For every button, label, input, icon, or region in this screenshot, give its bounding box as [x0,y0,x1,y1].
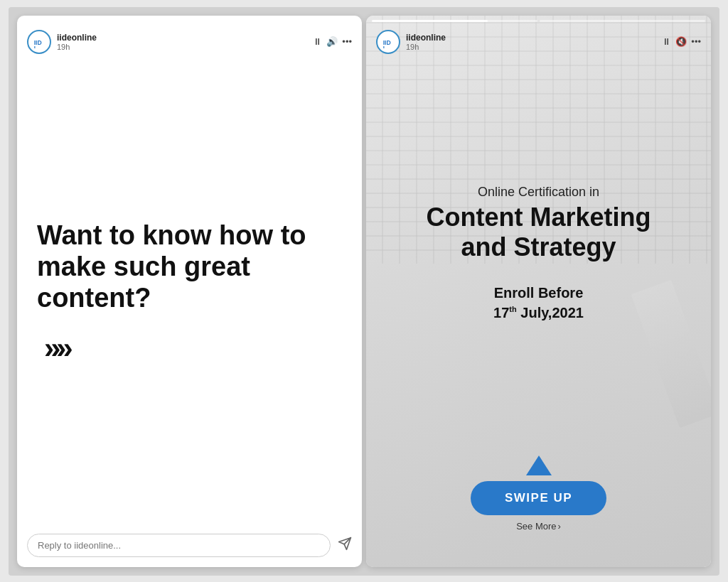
progress-bar-2b [540,20,705,22]
avatar-2: IID E [376,30,400,54]
enroll-date: 17th July,2021 [400,303,677,323]
pause-icon-2[interactable]: ⏸ [662,36,671,47]
story-card-2: IID E iideonline 19h ⏸ 🔇 ••• Online Cert… [366,16,711,567]
svg-text:E: E [34,45,36,48]
triangle-up-icon [526,456,552,475]
enroll-label: Enroll Before [400,283,677,303]
progress-bar-2a [372,20,537,22]
reply-box-1 [17,527,362,567]
enroll-section: Enroll Before 17th July,2021 [400,283,677,323]
svg-text:E: E [383,45,385,48]
story1-meta: iideonline 19h [57,33,307,51]
send-icon-1[interactable] [338,537,352,554]
swipe-section: SWIPE UP See More › [386,456,691,553]
timestamp-2: 19h [406,43,656,51]
certification-label: Online Certification in [400,185,677,200]
chevron-right-icon: › [558,521,561,532]
enroll-suffix: th [509,305,516,313]
story1-main-text: Want to know how to make such great cont… [37,220,342,313]
volume-icon-1[interactable]: 🔊 [326,36,338,47]
enroll-day: 17 [493,305,509,320]
enroll-month-year: July,2021 [517,305,584,320]
story2-body: Online Certification in Content Marketin… [366,60,711,567]
certification-title: Content Marketing and Strategy [400,203,677,262]
mute-icon-2[interactable]: 🔇 [675,36,687,47]
timestamp-1: 19h [57,43,307,51]
username-1: iideonline [57,33,307,43]
more-icon-2[interactable]: ••• [691,36,701,47]
stories-container: IID E iideonline 19h ⏸ 🔊 ••• Want to kno… [9,7,719,576]
story1-controls: ⏸ 🔊 ••• [313,36,352,47]
see-more-label: See More [516,521,556,532]
swipe-up-button[interactable]: SWIPE UP [471,481,606,515]
username-2: iideonline [406,33,656,43]
story2-header: IID E iideonline 19h ⏸ 🔇 ••• [366,21,711,60]
story2-meta: iideonline 19h [406,33,656,51]
progress-bars-2 [372,20,705,22]
story-card-1: IID E iideonline 19h ⏸ 🔊 ••• Want to kno… [17,16,362,567]
story2-controls: ⏸ 🔇 ••• [662,36,701,47]
story1-arrow: »» [44,331,69,365]
more-icon-1[interactable]: ••• [342,36,352,47]
avatar-1: IID E [27,30,51,54]
story1-header: IID E iideonline 19h ⏸ 🔊 ••• [17,21,362,60]
reply-input-1[interactable] [27,534,331,557]
story1-body: Want to know how to make such great cont… [17,60,362,527]
pause-icon-1[interactable]: ⏸ [313,36,322,47]
see-more-link[interactable]: See More › [516,521,561,532]
